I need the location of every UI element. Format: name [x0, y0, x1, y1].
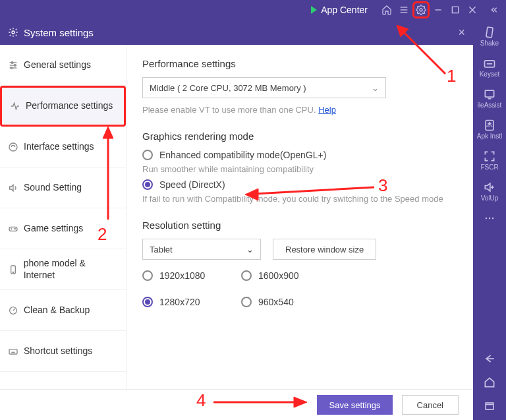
rb-label: Shake: [480, 40, 499, 47]
svg-marker-33: [10, 185, 13, 191]
resolution-preset-select[interactable]: Tablet ⌄: [142, 239, 261, 260]
radio-label: Enhanced compatibility mode(OpenGL+): [159, 150, 326, 160]
radio-res-1600[interactable]: 1600x900: [241, 270, 340, 281]
rb-label: Keyset: [480, 71, 500, 78]
annotation-2: 2: [98, 224, 107, 245]
radio-res-1920[interactable]: 1920x1080: [142, 270, 241, 281]
app-topbar: App Center: [0, 0, 506, 20]
radio-enhanced[interactable]: Enhanced compatibility mode(OpenGL+): [142, 150, 457, 160]
svg-point-25: [12, 31, 14, 34]
rb-fullscreen[interactable]: FSCR: [473, 149, 506, 171]
rb-keyset[interactable]: Keyset: [473, 56, 506, 78]
svg-rect-34: [9, 227, 17, 231]
sidebar-item-label: Sound Setting: [24, 182, 82, 194]
svg-rect-8: [486, 27, 493, 38]
volup-icon: [473, 180, 506, 195]
radio-label: 1280x720: [159, 297, 200, 307]
arrow-4: [211, 394, 310, 413]
svg-point-37: [14, 228, 15, 229]
menu-icon[interactable]: [395, 1, 412, 18]
sound-icon: [8, 183, 24, 193]
svg-point-20: [489, 218, 491, 220]
sidebar-item-label: Performance settings: [26, 100, 113, 112]
rb-shake[interactable]: Shake: [473, 25, 506, 47]
recents-icon: [473, 399, 506, 413]
svg-marker-51: [245, 189, 258, 200]
sidebar-item-label: General settings: [24, 59, 91, 71]
rb-label: FSCR: [480, 164, 498, 171]
rb-fileassist[interactable]: ileAssist: [473, 87, 506, 109]
appcenter-button[interactable]: App Center: [306, 3, 373, 16]
svg-marker-49: [103, 127, 113, 138]
close-icon[interactable]: [464, 1, 481, 18]
interface-icon: [8, 142, 24, 152]
select-value: Tablet: [150, 245, 173, 255]
activity-icon: [10, 101, 26, 111]
radio-icon: [241, 297, 252, 307]
rb-more[interactable]: [473, 211, 506, 225]
rb-volup[interactable]: VolUp: [473, 180, 506, 202]
resolution-section-title: Resolution setting: [142, 220, 457, 231]
help-link[interactable]: Help: [318, 105, 336, 115]
chevron-down-icon: ⌄: [372, 83, 379, 93]
maximize-icon[interactable]: [447, 1, 464, 18]
enhanced-hint: Run smoother while maintaining compatibi…: [142, 164, 457, 174]
svg-point-3: [420, 9, 422, 11]
phone-icon: [8, 264, 24, 275]
more-icon: [473, 211, 506, 225]
sidebar-item-label: Interface settings: [24, 141, 94, 153]
rb-apkinstall[interactable]: APK Apk Instl: [473, 118, 506, 140]
gear-icon: [8, 27, 18, 38]
sidebar-item-performance[interactable]: Performance settings: [0, 86, 126, 127]
vt-hint: Please enable VT to use more than one CP…: [142, 105, 457, 115]
sidebar-item-label: phone model & Internet: [24, 258, 118, 281]
home-icon: [473, 375, 506, 390]
radio-icon: [142, 270, 153, 281]
appcenter-label: App Center: [321, 5, 368, 15]
radio-icon: [142, 297, 153, 307]
collapse-sidebar-icon[interactable]: [485, 1, 502, 18]
sidebar-item-general[interactable]: General settings: [0, 45, 126, 86]
radio-res-1280[interactable]: 1280x720: [142, 297, 241, 307]
keyset-icon: [473, 56, 506, 71]
radio-icon: [142, 179, 153, 190]
radio-label: 960x540: [258, 297, 294, 307]
radio-res-960[interactable]: 960x540: [241, 297, 340, 307]
radio-label: Speed (DirectX): [159, 179, 225, 190]
rb-home[interactable]: [473, 375, 506, 390]
sidebar-item-clean[interactable]: Clean & Backup: [0, 290, 126, 331]
svg-rect-5: [452, 7, 458, 13]
gear-icon[interactable]: [412, 1, 430, 18]
svg-point-21: [492, 218, 494, 220]
clean-icon: [8, 305, 24, 316]
cancel-button[interactable]: Cancel: [402, 395, 459, 415]
gamepad-icon: [8, 224, 24, 234]
graphics-section-title: Graphics rendering mode: [142, 131, 457, 142]
minimize-icon[interactable]: [430, 1, 447, 18]
sliders-icon: [8, 60, 24, 71]
window-title: System settings: [24, 27, 94, 38]
fullscreen-icon: [473, 149, 506, 164]
svg-rect-41: [9, 349, 17, 353]
window-close-icon[interactable]: ×: [458, 26, 465, 40]
sidebar-item-label: Shortcut settings: [24, 345, 92, 357]
settings-content: Performance settings Middle ( 2 Core CPU…: [126, 45, 473, 389]
sidebar-item-label: Game settings: [24, 223, 83, 235]
save-button[interactable]: Save settings: [317, 395, 392, 415]
svg-marker-16: [485, 183, 490, 191]
svg-line-50: [254, 187, 374, 194]
sidebar-item-phone[interactable]: phone model & Internet: [0, 249, 126, 290]
performance-preset-select[interactable]: Middle ( 2 Core CPU, 3072 MB Memory ) ⌄: [142, 77, 386, 98]
sidebar-item-label: Clean & Backup: [24, 305, 90, 316]
fileassist-icon: [473, 87, 506, 102]
radio-label: 1920x1080: [159, 270, 205, 281]
sidebar-item-shortcut[interactable]: Shortcut settings: [0, 331, 126, 372]
rb-recents[interactable]: [473, 399, 506, 413]
rb-back[interactable]: [473, 351, 506, 366]
home-icon[interactable]: [378, 1, 395, 18]
restore-window-button[interactable]: Restore window size: [273, 239, 376, 260]
svg-point-19: [486, 218, 488, 220]
back-icon: [473, 351, 506, 366]
annotation-4: 4: [196, 390, 206, 411]
shake-icon: [473, 25, 506, 40]
